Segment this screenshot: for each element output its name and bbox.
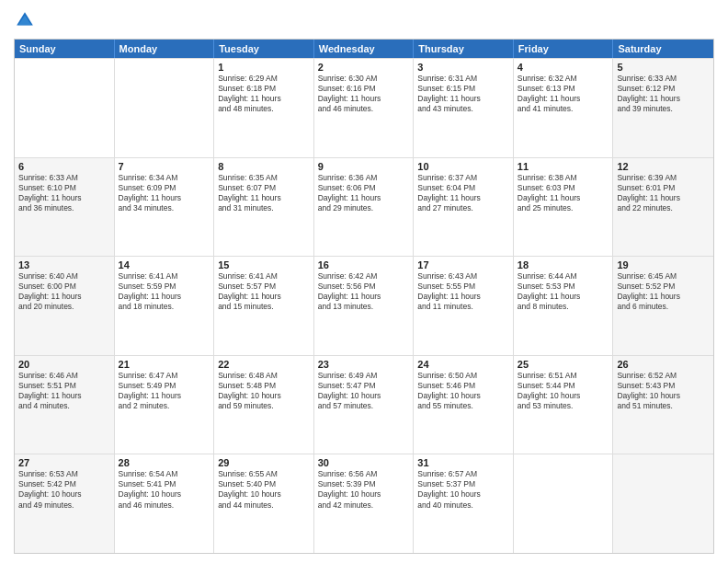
- cell-line: Sunset: 5:48 PM: [218, 381, 310, 391]
- cell-line: and 43 minutes.: [417, 104, 509, 114]
- cell-line: Sunrise: 6:34 AM: [119, 173, 210, 183]
- cal-cell-0-0: [15, 59, 115, 157]
- cell-line: and 39 minutes.: [617, 104, 710, 114]
- cell-line: Daylight: 11 hours: [318, 94, 410, 104]
- cell-line: and 36 minutes.: [18, 203, 110, 213]
- calendar: SundayMondayTuesdayWednesdayThursdayFrid…: [14, 39, 714, 554]
- cell-line: Daylight: 11 hours: [18, 193, 110, 203]
- cal-cell-2-3: 16Sunrise: 6:42 AMSunset: 5:56 PMDayligh…: [314, 257, 415, 355]
- day-number: 29: [218, 457, 310, 468]
- cell-line: Daylight: 10 hours: [318, 391, 410, 401]
- weekday-header-thursday: Thursday: [414, 40, 514, 58]
- cell-line: Sunrise: 6:44 AM: [518, 271, 609, 282]
- cell-line: Sunrise: 6:45 AM: [617, 271, 710, 282]
- cell-line: and 49 minutes.: [18, 500, 110, 511]
- cell-line: Sunset: 5:49 PM: [119, 381, 210, 391]
- cell-line: and 34 minutes.: [119, 203, 210, 213]
- cell-line: Sunrise: 6:47 AM: [119, 371, 210, 381]
- cell-line: and 48 minutes.: [218, 104, 310, 114]
- cell-line: Sunrise: 6:38 AM: [518, 173, 609, 183]
- cal-cell-1-3: 9Sunrise: 6:36 AMSunset: 6:06 PMDaylight…: [314, 158, 415, 257]
- cal-cell-0-5: 4Sunrise: 6:32 AMSunset: 6:13 PMDaylight…: [514, 59, 614, 157]
- cell-line: Sunrise: 6:33 AM: [18, 173, 110, 183]
- cell-line: Sunrise: 6:50 AM: [417, 371, 509, 381]
- cell-line: Sunrise: 6:43 AM: [417, 271, 509, 282]
- cell-line: and 51 minutes.: [617, 401, 710, 411]
- cell-line: Daylight: 11 hours: [218, 292, 310, 302]
- page: SundayMondayTuesdayWednesdayThursdayFrid…: [0, 0, 728, 563]
- cell-line: Sunrise: 6:41 AM: [218, 271, 310, 282]
- cell-line: Sunrise: 6:56 AM: [318, 469, 410, 479]
- cal-cell-4-1: 28Sunrise: 6:54 AMSunset: 5:41 PMDayligh…: [115, 454, 215, 553]
- weekday-header-friday: Friday: [514, 40, 614, 58]
- day-number: 12: [617, 161, 710, 172]
- day-number: 19: [617, 259, 710, 270]
- cell-line: and 8 minutes.: [518, 302, 609, 312]
- day-number: 16: [318, 259, 410, 270]
- cell-line: Sunrise: 6:39 AM: [617, 173, 710, 183]
- cal-cell-1-5: 11Sunrise: 6:38 AMSunset: 6:03 PMDayligh…: [514, 158, 614, 257]
- day-number: 9: [318, 161, 410, 172]
- cell-line: and 40 minutes.: [417, 500, 509, 511]
- cell-line: Sunrise: 6:35 AM: [218, 173, 310, 183]
- cell-line: and 53 minutes.: [518, 401, 609, 411]
- cell-line: and 20 minutes.: [18, 302, 110, 312]
- cell-line: Daylight: 11 hours: [617, 94, 710, 104]
- cell-line: Sunrise: 6:37 AM: [417, 173, 509, 183]
- calendar-row-1: 6Sunrise: 6:33 AMSunset: 6:10 PMDaylight…: [15, 157, 713, 257]
- cell-line: Sunrise: 6:55 AM: [218, 469, 310, 479]
- cal-cell-4-4: 31Sunrise: 6:57 AMSunset: 5:37 PMDayligh…: [414, 454, 514, 553]
- cal-cell-4-0: 27Sunrise: 6:53 AMSunset: 5:42 PMDayligh…: [15, 454, 115, 553]
- cal-cell-0-3: 2Sunrise: 6:30 AMSunset: 6:16 PMDaylight…: [314, 59, 415, 157]
- cell-line: Sunset: 5:52 PM: [617, 282, 710, 292]
- cell-line: Sunset: 5:56 PM: [318, 282, 410, 292]
- day-number: 1: [218, 62, 310, 73]
- cell-line: Sunset: 6:07 PM: [218, 183, 310, 193]
- cell-line: and 41 minutes.: [518, 104, 609, 114]
- calendar-row-0: 1Sunrise: 6:29 AMSunset: 6:18 PMDaylight…: [15, 58, 713, 157]
- cell-line: Sunset: 6:06 PM: [318, 183, 410, 193]
- cell-line: Sunrise: 6:54 AM: [119, 469, 210, 479]
- cell-line: and 13 minutes.: [318, 302, 410, 312]
- cell-line: Sunset: 6:09 PM: [119, 183, 210, 193]
- cell-line: and 44 minutes.: [218, 500, 310, 511]
- cell-line: Sunset: 6:13 PM: [518, 84, 609, 94]
- day-number: 17: [417, 259, 509, 270]
- cell-line: Sunset: 5:43 PM: [617, 381, 710, 391]
- cell-line: and 31 minutes.: [218, 203, 310, 213]
- calendar-header: SundayMondayTuesdayWednesdayThursdayFrid…: [15, 40, 713, 58]
- cell-line: Sunset: 6:03 PM: [518, 183, 609, 193]
- day-number: 14: [119, 259, 210, 270]
- cell-line: Daylight: 11 hours: [617, 193, 710, 203]
- cell-line: Daylight: 11 hours: [417, 94, 509, 104]
- cell-line: Sunrise: 6:36 AM: [318, 173, 410, 183]
- cell-line: Sunset: 5:57 PM: [218, 282, 310, 292]
- weekday-header-saturday: Saturday: [613, 40, 713, 58]
- calendar-row-4: 27Sunrise: 6:53 AMSunset: 5:42 PMDayligh…: [15, 454, 713, 553]
- calendar-row-2: 13Sunrise: 6:40 AMSunset: 6:00 PMDayligh…: [15, 256, 713, 355]
- cal-cell-0-2: 1Sunrise: 6:29 AMSunset: 6:18 PMDaylight…: [214, 59, 314, 157]
- day-number: 3: [417, 62, 509, 73]
- cell-line: Sunrise: 6:33 AM: [617, 74, 710, 84]
- weekday-header-tuesday: Tuesday: [214, 40, 314, 58]
- cell-line: Daylight: 11 hours: [417, 193, 509, 203]
- cal-cell-1-4: 10Sunrise: 6:37 AMSunset: 6:04 PMDayligh…: [414, 158, 514, 257]
- day-number: 22: [218, 359, 310, 370]
- cell-line: Sunset: 5:51 PM: [18, 381, 110, 391]
- cell-line: Sunset: 5:59 PM: [119, 282, 210, 292]
- cell-line: Daylight: 10 hours: [18, 489, 110, 500]
- day-number: 10: [417, 161, 509, 172]
- cell-line: Sunrise: 6:32 AM: [518, 74, 609, 84]
- cal-cell-0-4: 3Sunrise: 6:31 AMSunset: 6:15 PMDaylight…: [414, 59, 514, 157]
- cell-line: Sunrise: 6:53 AM: [18, 469, 110, 479]
- cal-cell-1-2: 8Sunrise: 6:35 AMSunset: 6:07 PMDaylight…: [214, 158, 314, 257]
- cell-line: Sunrise: 6:57 AM: [417, 469, 509, 479]
- cell-line: Daylight: 11 hours: [518, 193, 609, 203]
- cal-cell-3-6: 26Sunrise: 6:52 AMSunset: 5:43 PMDayligh…: [613, 356, 713, 454]
- day-number: 23: [318, 359, 410, 370]
- cell-line: Sunset: 5:41 PM: [119, 479, 210, 489]
- cell-line: Daylight: 11 hours: [617, 292, 710, 302]
- cell-line: Sunrise: 6:30 AM: [318, 74, 410, 84]
- cell-line: Daylight: 11 hours: [119, 391, 210, 401]
- cell-line: Daylight: 10 hours: [119, 489, 210, 500]
